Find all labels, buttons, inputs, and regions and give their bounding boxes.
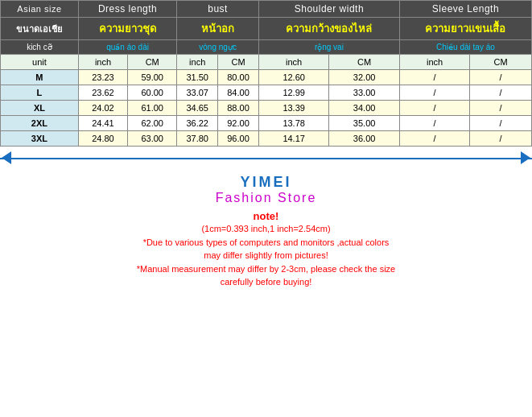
cell-value: 61.00	[128, 101, 177, 116]
note-section: note! (1cm=0.393 inch,1 inch=2.54cm) *Du…	[0, 205, 532, 294]
shoulder-viet: rộng vai	[258, 40, 399, 55]
bust-header: bust	[177, 1, 259, 18]
cell-value: /	[470, 70, 532, 85]
arrow-right-icon	[521, 151, 530, 164]
table-row: M23.2359.0031.5080.0012.6032.00//	[1, 70, 532, 85]
cell-value: 24.02	[78, 101, 127, 116]
cell-value: 31.50	[177, 70, 218, 85]
cell-value: 88.00	[218, 101, 259, 116]
cell-value: /	[470, 116, 532, 131]
note-line1: (1cm=0.393 inch,1 inch=2.54cm)	[8, 222, 524, 236]
cell-value: /	[470, 85, 532, 101]
cell-value: 96.00	[218, 131, 259, 147]
cell-value: 60.00	[128, 85, 177, 101]
cell-value: 12.99	[258, 85, 328, 101]
cell-value: /	[399, 116, 469, 131]
cell-value: 23.62	[78, 85, 127, 101]
cell-value: 24.41	[78, 116, 127, 131]
cell-value: /	[399, 85, 469, 101]
cell-value: 92.00	[218, 116, 259, 131]
cell-value: 13.39	[258, 101, 328, 116]
note-line5: carefully before buying!	[8, 275, 524, 289]
header-row-viet: kich cỡ quần áo dài vòng ngực rộng vai C…	[1, 40, 532, 55]
brand-name: YIMEI	[0, 174, 532, 191]
header-row-thai: ขนาดเอเชีย ความยาวชุด หน้าอก ความกว้างขอ…	[1, 18, 532, 40]
sleeve-thai: ความยาวแขนเสื้อ	[399, 18, 531, 40]
unit-label: unit	[1, 55, 79, 70]
cell-value: 80.00	[218, 70, 259, 85]
arrow-line	[0, 158, 532, 159]
asian-size-viet: kich cỡ	[1, 40, 79, 55]
cell-value: /	[399, 101, 469, 116]
cell-value: 23.23	[78, 70, 127, 85]
cell-value: 63.00	[128, 131, 177, 147]
cell-value: /	[399, 70, 469, 85]
cell-value: /	[470, 101, 532, 116]
sleeve-viet: Chiều dài tay áo	[399, 40, 531, 55]
bust-inch-unit: inch	[177, 55, 218, 70]
sl-inch-unit: inch	[399, 55, 469, 70]
size-label: XL	[1, 101, 79, 116]
bust-viet: vòng ngực	[177, 40, 259, 55]
cell-value: 24.80	[78, 131, 127, 147]
dress-length-header: Dress length	[78, 1, 176, 18]
brand-section: YIMEI Fashion Store	[0, 169, 532, 205]
shoulder-thai: ความกว้างของไหล่	[258, 18, 399, 40]
dl-inch-unit: inch	[78, 55, 127, 70]
cell-value: /	[399, 131, 469, 147]
header-row-main: Asian size Dress length bust Shoulder wi…	[1, 1, 532, 18]
cell-value: 62.00	[128, 116, 177, 131]
asian-size-header: Asian size	[1, 1, 79, 18]
cell-value: 84.00	[218, 85, 259, 101]
asian-size-thai: ขนาดเอเชีย	[1, 18, 79, 40]
table-row: 3XL24.8063.0037.8096.0014.1736.00//	[1, 131, 532, 147]
unit-row: unit inch CM inch CM inch CM inch CM	[1, 55, 532, 70]
size-label: 3XL	[1, 131, 79, 147]
cell-value: 33.07	[177, 85, 218, 101]
brand-subtitle: Fashion Store	[0, 191, 532, 205]
dress-length-thai: ความยาวชุด	[78, 18, 176, 40]
dress-length-viet: quần áo dài	[78, 40, 176, 55]
cell-value: 14.17	[258, 131, 328, 147]
sh-inch-unit: inch	[258, 55, 328, 70]
table-row: L23.6260.0033.0784.0012.9933.00//	[1, 85, 532, 101]
arrow-left-icon	[2, 151, 11, 164]
cell-value: 13.78	[258, 116, 328, 131]
cell-value: /	[470, 131, 532, 147]
sl-cm-unit: CM	[470, 55, 532, 70]
cell-value: 59.00	[128, 70, 177, 85]
size-label: 2XL	[1, 116, 79, 131]
table-row: 2XL24.4162.0036.2292.0013.7835.00//	[1, 116, 532, 131]
cell-value: 34.00	[329, 101, 400, 116]
dl-cm-unit: CM	[128, 55, 177, 70]
table-row: XL24.0261.0034.6588.0013.3934.00//	[1, 101, 532, 116]
shoulder-header: Shoulder width	[258, 1, 399, 18]
sh-cm-unit: CM	[329, 55, 400, 70]
cell-value: 12.60	[258, 70, 328, 85]
sleeve-header: Sleeve Length	[399, 1, 531, 18]
note-line3: may differ slightly from pictures!	[8, 249, 524, 262]
cell-value: 32.00	[329, 70, 400, 85]
note-line2: *Due to various types of computers and m…	[8, 236, 524, 250]
cell-value: 36.00	[329, 131, 400, 147]
cell-value: 33.00	[329, 85, 400, 101]
size-label: M	[1, 70, 79, 85]
bust-thai: หน้าอก	[177, 18, 259, 40]
size-label: L	[1, 85, 79, 101]
note-title: note!	[8, 210, 524, 222]
cell-value: 34.65	[177, 101, 218, 116]
cell-value: 37.80	[177, 131, 218, 147]
cell-value: 35.00	[329, 116, 400, 131]
note-line4: *Manual measurement may differ by 2-3cm,…	[8, 262, 524, 276]
cell-value: 36.22	[177, 116, 218, 131]
bust-cm-unit: CM	[218, 55, 259, 70]
arrow-section	[0, 147, 532, 169]
size-chart: Asian size Dress length bust Shoulder wi…	[0, 0, 532, 147]
